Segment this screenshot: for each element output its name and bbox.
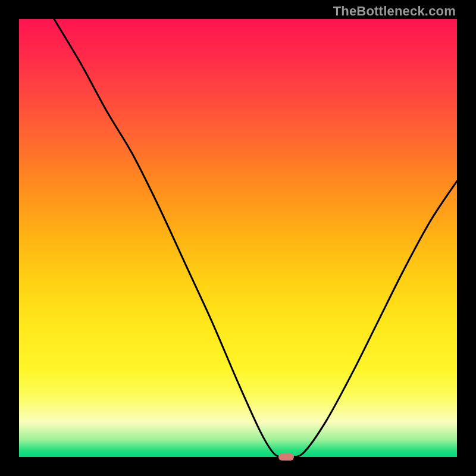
bottleneck-curve <box>19 19 457 457</box>
watermark-text: TheBottleneck.com <box>333 4 456 19</box>
optimal-point-marker <box>278 453 294 461</box>
chart-frame: TheBottleneck.com <box>0 0 476 476</box>
plot-area <box>19 19 457 457</box>
